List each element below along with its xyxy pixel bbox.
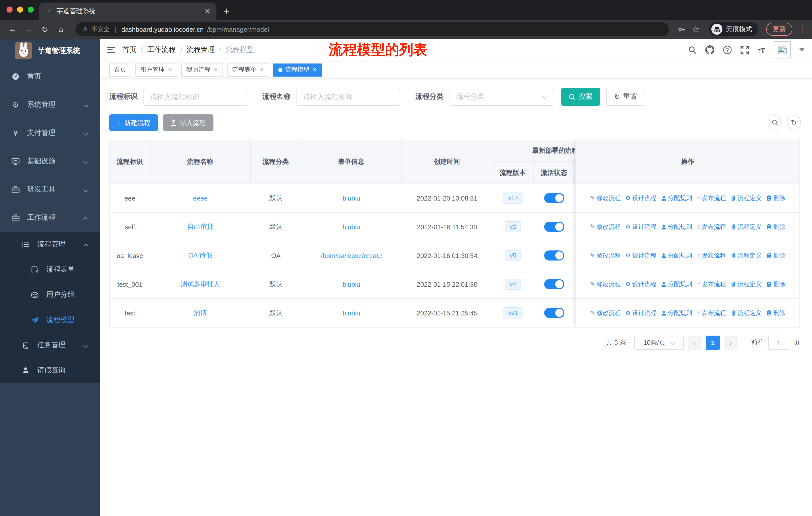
filter-name-input[interactable]	[296, 88, 400, 106]
edit-process-link[interactable]: ✎修改流程	[590, 251, 621, 260]
process-name-link[interactable]: eeee	[193, 194, 208, 202]
password-key-icon[interactable]	[677, 25, 686, 34]
assign-rule-link[interactable]: 分配规则	[661, 251, 692, 260]
sidebar-item-pay[interactable]: ¥ 支付管理	[0, 119, 100, 147]
process-name-link[interactable]: 测试多审批人	[181, 280, 220, 289]
tag-close-icon[interactable]: ✕	[213, 66, 218, 73]
sidebar-item-process-mgmt[interactable]: 流程管理	[0, 232, 100, 257]
tag-close-icon[interactable]: ✕	[168, 66, 172, 73]
window-zoom-button[interactable]	[28, 6, 34, 12]
browser-menu-icon[interactable]: ⋮	[799, 25, 806, 34]
current-page-button[interactable]: 1	[706, 335, 720, 350]
version-badge[interactable]: v21	[503, 307, 523, 319]
font-size-icon[interactable]: TT	[757, 46, 765, 54]
tag-my-process[interactable]: 我的流程✕	[181, 63, 223, 76]
sidebar-item-task-mgmt[interactable]: 任务管理	[0, 332, 100, 358]
process-definition-link[interactable]: 流程定义	[730, 309, 762, 317]
form-info-link[interactable]: biubiu	[343, 194, 360, 202]
publish-process-link[interactable]: ☝发布流程	[697, 309, 726, 317]
active-toggle[interactable]	[544, 279, 564, 289]
address-bar[interactable]: ⚠ 不安全 | dashboard.yudao.iocoder.cn/bpm/m…	[76, 22, 669, 36]
tag-close-icon[interactable]: ✕	[260, 66, 264, 73]
window-close-button[interactable]	[6, 6, 12, 12]
process-definition-link[interactable]: 流程定义	[730, 280, 762, 289]
form-info-link[interactable]: biubiu	[343, 223, 360, 230]
publish-process-link[interactable]: ☝发布流程	[697, 222, 726, 231]
edit-process-link[interactable]: ✎修改流程	[590, 280, 621, 289]
tag-process-model[interactable]: 流程模型✕	[273, 63, 322, 76]
active-toggle[interactable]	[544, 308, 564, 318]
sidebar-item-system[interactable]: ⚙ 系统管理	[0, 91, 100, 119]
delete-link[interactable]: 删除	[766, 222, 785, 231]
browser-update-button[interactable]: 更新	[766, 23, 792, 36]
user-avatar[interactable]	[774, 41, 791, 58]
search-button[interactable]: 搜索	[561, 88, 600, 106]
form-info-link[interactable]: /bpm/oa/leave/create	[321, 252, 382, 259]
assign-rule-link[interactable]: 分配规则	[661, 222, 692, 231]
assign-rule-link[interactable]: 分配规则	[661, 194, 692, 202]
process-name-link[interactable]: 自己审批	[187, 222, 213, 231]
version-badge[interactable]: v17	[503, 192, 523, 203]
active-toggle[interactable]	[544, 250, 564, 261]
design-process-link[interactable]: ⚙设计流程	[625, 280, 657, 289]
sidebar-item-infra[interactable]: 基础设施	[0, 147, 100, 175]
active-toggle[interactable]	[544, 222, 564, 232]
filter-category-select[interactable]: 流程分类	[450, 88, 553, 106]
import-process-button[interactable]: 导入流程	[163, 114, 213, 131]
filter-key-input[interactable]	[143, 88, 247, 106]
show-search-button[interactable]	[768, 115, 782, 130]
delete-link[interactable]: 删除	[766, 280, 785, 289]
create-process-button[interactable]: + 新建流程	[109, 114, 158, 131]
github-icon[interactable]	[705, 45, 714, 54]
breadcrumb-workflow[interactable]: 工作流程	[147, 45, 176, 54]
process-name-link[interactable]: OA 请假	[188, 251, 212, 260]
fullscreen-icon[interactable]	[740, 46, 749, 54]
design-process-link[interactable]: ⚙设计流程	[625, 194, 657, 202]
sidebar-item-workflow[interactable]: 工作流程	[0, 203, 100, 232]
back-icon[interactable]: ←	[6, 25, 19, 34]
forward-icon[interactable]: →	[22, 25, 35, 34]
delete-link[interactable]: 删除	[766, 309, 785, 317]
form-info-link[interactable]: biubiu	[343, 309, 360, 317]
edit-process-link[interactable]: ✎修改流程	[590, 309, 621, 317]
sidebar-item-leave-query[interactable]: 请假查询	[0, 358, 100, 383]
sidebar-collapse-icon[interactable]	[107, 47, 115, 53]
tag-process-form[interactable]: 流程表单✕	[227, 63, 269, 76]
process-definition-link[interactable]: 流程定义	[730, 222, 762, 231]
assign-rule-link[interactable]: 分配规则	[661, 280, 692, 289]
delete-link[interactable]: 删除	[766, 251, 785, 260]
tag-home[interactable]: 首页	[109, 63, 132, 76]
sidebar-item-dev[interactable]: 研发工具	[0, 175, 100, 203]
tag-close-icon[interactable]: ✕	[312, 66, 317, 73]
help-icon[interactable]: ?	[723, 45, 732, 54]
breadcrumb-process-mgmt[interactable]: 流程管理	[187, 45, 215, 54]
goto-page-input[interactable]	[768, 335, 789, 350]
reload-icon[interactable]: ↻	[38, 24, 51, 34]
publish-process-link[interactable]: ☝发布流程	[697, 194, 726, 202]
publish-process-link[interactable]: ☝发布流程	[697, 280, 726, 289]
bookmark-star-icon[interactable]: ☆	[689, 24, 702, 34]
home-icon[interactable]: ⌂	[54, 25, 67, 34]
sidebar-item-process-model[interactable]: 流程模型	[0, 307, 100, 332]
search-icon[interactable]	[688, 46, 696, 54]
sidebar-item-home[interactable]: 首页	[0, 62, 100, 91]
sidebar-item-process-form[interactable]: 流程表单	[0, 257, 100, 282]
design-process-link[interactable]: ⚙设计流程	[625, 251, 657, 260]
new-tab-button[interactable]: +	[224, 6, 229, 16]
version-badge[interactable]: v2	[505, 221, 521, 232]
publish-process-link[interactable]: ☝发布流程	[697, 251, 726, 260]
breadcrumb-home[interactable]: 首页	[122, 45, 137, 54]
page-size-select[interactable]: 10条/页	[634, 335, 684, 350]
prev-page-button[interactable]: ‹	[688, 335, 702, 350]
tab-close-icon[interactable]: ✕	[205, 7, 210, 15]
edit-process-link[interactable]: ✎修改流程	[590, 194, 621, 202]
delete-link[interactable]: 删除	[766, 194, 785, 202]
tag-tenant[interactable]: 租户管理✕	[136, 63, 177, 76]
form-info-link[interactable]: biubiu	[343, 280, 360, 288]
process-definition-link[interactable]: 流程定义	[730, 194, 762, 202]
design-process-link[interactable]: ⚙设计流程	[625, 222, 657, 231]
process-name-link[interactable]: 滔博	[194, 308, 207, 318]
design-process-link[interactable]: ⚙设计流程	[625, 309, 657, 317]
sidebar-item-user-group[interactable]: 用户分组	[0, 282, 100, 307]
version-badge[interactable]: v4	[505, 279, 521, 290]
